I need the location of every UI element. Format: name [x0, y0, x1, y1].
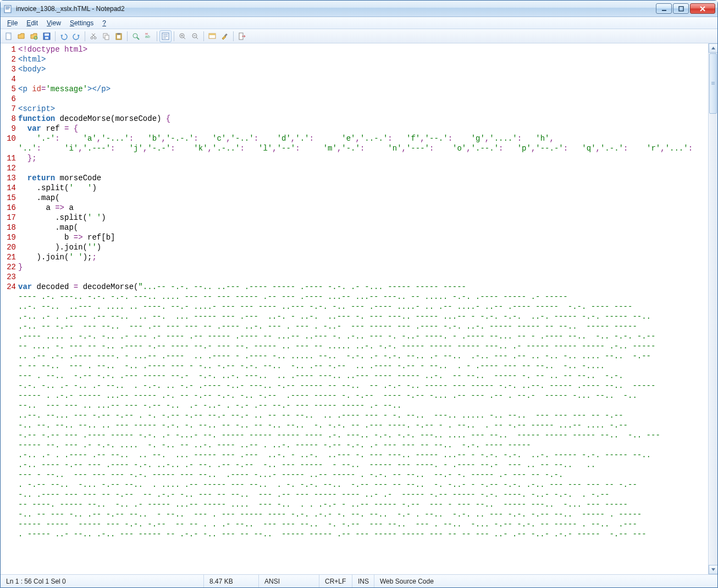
svg-point-18 [133, 34, 137, 38]
window-buttons [656, 3, 715, 14]
svg-rect-17 [117, 35, 120, 38]
toolbar-separator [85, 31, 85, 41]
copy-button[interactable] [100, 30, 112, 42]
find-button[interactable] [130, 30, 142, 42]
svg-rect-2 [5, 8, 10, 8]
menubar: File Edit View Settings ? [1, 17, 717, 29]
status-encoding[interactable]: ANSI [259, 575, 319, 587]
status-eol[interactable]: CR+LF [319, 575, 352, 587]
toolbar-separator [157, 31, 157, 41]
cut-button[interactable] [87, 30, 100, 42]
titlebar[interactable]: invoice_1308._xslx.hTML - Notepad2 [1, 1, 717, 17]
browse-button[interactable] [28, 30, 40, 42]
zoom-in-button[interactable] [176, 30, 189, 42]
status-insert-mode[interactable]: INS [352, 575, 374, 587]
svg-point-11 [91, 37, 93, 39]
redo-button[interactable] [70, 30, 82, 42]
svg-rect-5 [679, 7, 683, 11]
menu-file[interactable]: File [3, 18, 22, 28]
app-window: invoice_1308._xslx.hTML - Notepad2 File … [0, 0, 718, 588]
svg-rect-3 [5, 9, 9, 9]
paste-button[interactable] [113, 30, 125, 42]
toolbar-separator [174, 31, 174, 41]
menu-help[interactable]: ? [98, 18, 111, 28]
status-language[interactable]: Web Source Code [374, 575, 717, 587]
minimize-button[interactable] [656, 3, 672, 14]
app-icon [4, 4, 13, 13]
toolbar-separator [127, 31, 128, 41]
maximize-button[interactable] [673, 3, 689, 14]
svg-rect-1 [5, 7, 10, 7]
word-wrap-button[interactable] [159, 30, 172, 42]
scroll-up-button[interactable] [709, 43, 717, 53]
undo-button[interactable] [58, 30, 70, 42]
status-position: Ln 1 : 56 Col 1 Sel 0 [1, 575, 204, 587]
svg-rect-14 [105, 35, 109, 40]
svg-rect-9 [45, 34, 49, 36]
status-size: 8.47 KB [204, 575, 259, 587]
toolbar: abac [1, 29, 717, 43]
close-button[interactable] [690, 3, 715, 14]
svg-rect-4 [662, 10, 666, 11]
scheme-button[interactable] [206, 30, 218, 42]
svg-rect-25 [209, 34, 216, 35]
zoom-out-button[interactable] [189, 30, 201, 42]
svg-point-12 [94, 37, 96, 39]
customize-button[interactable] [219, 30, 231, 42]
toolbar-separator [55, 31, 56, 41]
toolbar-separator [233, 31, 234, 41]
open-file-button[interactable] [15, 30, 27, 42]
new-file-button[interactable] [3, 30, 15, 42]
menu-settings[interactable]: Settings [65, 18, 98, 28]
menu-edit[interactable]: Edit [22, 18, 42, 28]
svg-text:ac: ac [145, 32, 148, 35]
toolbar-separator [203, 31, 204, 41]
replace-button[interactable]: abac [142, 30, 154, 42]
save-button[interactable] [41, 30, 53, 42]
editor-area[interactable]: 123456789101112131415161718192021222324 … [1, 43, 717, 574]
statusbar: Ln 1 : 56 Col 1 Sel 0 8.47 KB ANSI CR+LF… [1, 574, 717, 587]
scroll-down-button[interactable] [709, 565, 717, 574]
code-editor[interactable]: <!doctype html><html><body><p id='messag… [18, 43, 708, 574]
svg-rect-10 [45, 37, 48, 39]
vertical-scrollbar[interactable] [708, 43, 717, 574]
exit-button[interactable] [236, 30, 248, 42]
window-title: invoice_1308._xslx.hTML - Notepad2 [16, 5, 656, 13]
svg-rect-16 [117, 33, 120, 35]
line-number-gutter: 123456789101112131415161718192021222324 [1, 43, 18, 574]
menu-view[interactable]: View [42, 18, 65, 28]
scrollbar-thumb[interactable] [709, 53, 717, 114]
